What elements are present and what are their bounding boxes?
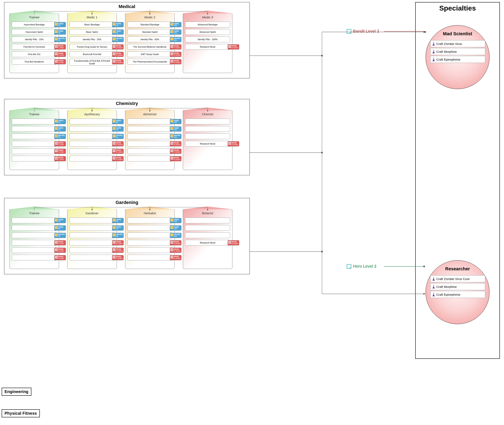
tier-name: Medic 1 bbox=[68, 15, 117, 19]
tiers-row: TraineeImprovised BandageApply25Improvis… bbox=[4, 10, 250, 78]
tier-name: Trainee bbox=[10, 15, 59, 19]
study-tag: Study1 Hour bbox=[54, 255, 66, 260]
identify-icon bbox=[170, 233, 173, 236]
tier-name: Medic 3 bbox=[183, 15, 232, 19]
tier-card: BotanistResearch BookStudy8 Hours bbox=[183, 209, 232, 269]
skill-row: Basic SplintApply50 bbox=[69, 29, 115, 35]
skill-entry bbox=[69, 148, 115, 154]
skill-row: Study1 Hour bbox=[12, 148, 57, 154]
skill-entry: Advanced Splint bbox=[185, 29, 230, 35]
skill-entry bbox=[69, 141, 115, 147]
skill-row: Study2 Hours bbox=[69, 255, 115, 260]
skill-entry bbox=[69, 126, 115, 132]
skill-row: Identify Pills - 10%Identify25 bbox=[12, 36, 57, 42]
skill-entry bbox=[127, 148, 172, 154]
identify-tag: Identify50 bbox=[112, 233, 124, 238]
skill-row: Study4 Hours bbox=[127, 255, 172, 260]
study-icon bbox=[170, 60, 173, 63]
identify-icon bbox=[55, 134, 58, 137]
skill-row: Research BookStudy8 Hours bbox=[185, 240, 230, 246]
apply-icon bbox=[170, 30, 173, 33]
skill-entry bbox=[12, 119, 57, 124]
skill-entry bbox=[12, 141, 57, 147]
skill-entry bbox=[12, 126, 57, 132]
skill-entry bbox=[185, 133, 230, 139]
study-tag: Study2 Hours bbox=[112, 44, 124, 49]
tier-card: GardenerApply50Apply50Identify50Study2 H… bbox=[67, 209, 117, 269]
skill-entry bbox=[12, 240, 57, 246]
study-tag: Study4 Hours bbox=[170, 59, 181, 64]
tier-card: ApothecaryApply50Apply50Identify50Study2… bbox=[67, 110, 117, 170]
apply-icon bbox=[170, 23, 173, 26]
skill-row: Apply50 bbox=[69, 126, 115, 132]
skill-row: First Aid for DummiesStudy1 Hour bbox=[12, 44, 57, 50]
study-tag: Study2 Hours bbox=[112, 156, 124, 161]
skill-entry: Research Book bbox=[185, 240, 230, 246]
tier-name: Trainee bbox=[10, 211, 59, 215]
skill-entry: Improvised Splint bbox=[12, 29, 57, 35]
section-title: Medical bbox=[4, 2, 250, 10]
skill-entry: First Aid 101 bbox=[12, 51, 57, 57]
tier-name: Gardener bbox=[68, 211, 117, 215]
apply-icon bbox=[113, 30, 116, 33]
tier-name: Medic 2 bbox=[125, 15, 174, 19]
study-icon bbox=[55, 248, 58, 251]
skill-row: Study4 Hours bbox=[127, 148, 172, 154]
apply-icon bbox=[170, 120, 173, 122]
skill-row: Improvised BandageApply25 bbox=[12, 22, 57, 27]
skill-row bbox=[185, 119, 230, 124]
skill-row: Study4 Hours bbox=[127, 141, 172, 147]
apply-icon bbox=[55, 226, 58, 229]
skill-row: Study4 Hours bbox=[127, 247, 172, 253]
flask-icon bbox=[432, 50, 435, 53]
apply-tag: Apply25 bbox=[54, 126, 66, 132]
skill-entry: Bushcraft First Aid bbox=[69, 51, 115, 57]
tier-name: Chemist bbox=[183, 112, 232, 116]
study-tag: Study1 Hour bbox=[54, 156, 66, 161]
flask-icon bbox=[432, 58, 435, 61]
skill-entry bbox=[185, 218, 230, 223]
skill-row: Improvised SplintApply25 bbox=[12, 29, 57, 35]
apply-icon bbox=[55, 120, 58, 122]
study-tag: Study1 Hour bbox=[54, 240, 66, 246]
skill-entry: Identify Pills - 100% bbox=[185, 36, 230, 42]
skill-entry: Basic Splint bbox=[69, 29, 115, 35]
study-icon bbox=[113, 60, 116, 63]
skill-row: Advanced Bandage bbox=[185, 22, 230, 27]
skill-entry: Pocket Drug Guide for Nurses bbox=[69, 44, 115, 50]
identify-icon bbox=[55, 233, 58, 236]
skill-row: Study4 Hours bbox=[127, 240, 172, 246]
tier-name: Apothecary bbox=[68, 112, 117, 116]
skill-entry bbox=[127, 156, 172, 161]
tier-card: AlchemistApply100Apply100Identify100Stud… bbox=[125, 110, 175, 170]
skill-entry bbox=[185, 232, 230, 238]
req-hero: Hero Level 3 bbox=[347, 264, 376, 269]
study-icon bbox=[170, 149, 173, 152]
svg-point-2 bbox=[321, 251, 323, 252]
study-icon bbox=[55, 142, 58, 145]
req-bandit: Bandit Level 3 bbox=[347, 29, 379, 34]
skill-row: Study1 Hour bbox=[12, 156, 57, 161]
apply-tag: Apply25 bbox=[54, 119, 66, 124]
section-gardening: GardeningTraineeApply25Apply50Identify25… bbox=[4, 198, 250, 274]
study-icon bbox=[55, 45, 58, 48]
study-icon bbox=[113, 248, 116, 251]
skill-entry: EMT Study Guide bbox=[127, 51, 172, 57]
skill-entry bbox=[185, 119, 230, 124]
skill-entry bbox=[69, 225, 115, 231]
skill-row: Study1 Hour bbox=[12, 255, 57, 260]
study-icon bbox=[228, 142, 231, 145]
apply-icon bbox=[170, 226, 173, 229]
skill-entry bbox=[12, 148, 57, 154]
skill-entry: Research Book bbox=[185, 141, 230, 147]
study-tag: Study1 Hour bbox=[54, 44, 66, 49]
study-icon bbox=[170, 52, 173, 55]
skill-entry bbox=[127, 232, 172, 238]
study-icon bbox=[170, 248, 173, 251]
skill-row: Apply50 bbox=[69, 225, 115, 231]
tier-card: Medic 1Basic BandageApply50Basic SplintA… bbox=[67, 13, 117, 73]
study-icon bbox=[170, 157, 173, 159]
skill-row: Study1 Hour bbox=[12, 240, 57, 246]
skill-row: Apply25 bbox=[12, 126, 57, 132]
skill-entry bbox=[69, 247, 115, 253]
